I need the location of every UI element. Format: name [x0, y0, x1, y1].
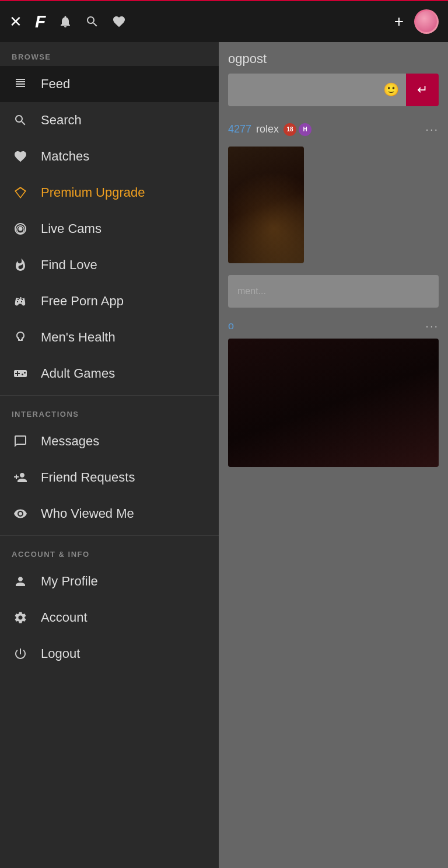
avatar-image — [416, 11, 437, 32]
logo-icon[interactable]: F — [35, 12, 46, 32]
sidebar-item-free-porn-app[interactable]: Free Porn App — [0, 283, 219, 319]
divider-1 — [0, 395, 219, 396]
send-button[interactable]: ↵ — [406, 74, 439, 106]
sidebar-item-messages[interactable]: Messages — [0, 423, 219, 459]
mens-health-label: Men's Health — [41, 330, 116, 345]
search-label: Search — [41, 113, 82, 128]
post-image2 — [228, 339, 439, 467]
matches-label: Matches — [41, 149, 89, 164]
sidebar-item-adult-games[interactable]: Adult Games — [0, 355, 219, 392]
logout-label: Logout — [41, 646, 80, 661]
diamond-icon — [12, 186, 29, 200]
comment-placeholder: ment... — [237, 286, 266, 297]
post-row2-id: o — [228, 320, 234, 332]
sidebar-item-live-cams[interactable]: Live Cams — [0, 211, 219, 247]
health-icon — [12, 330, 29, 344]
search-icon[interactable] — [85, 15, 99, 29]
account-section-label: ACCOUNT & INFO — [0, 539, 219, 563]
topbar: ✕ F + — [0, 0, 448, 42]
sidebar-item-friend-requests[interactable]: Friend Requests — [0, 459, 219, 496]
feed-label: Feed — [41, 76, 70, 92]
message-icon — [12, 434, 29, 448]
browse-section-label: BROWSE — [0, 42, 219, 66]
emoji-icon[interactable]: 🙂 — [383, 82, 399, 97]
premium-label: Premium Upgrade — [41, 185, 145, 200]
main-content: ogpost 🙂 ↵ 4277 rolex 18 H ··· ment... — [219, 42, 448, 868]
post-image — [228, 147, 304, 263]
badge-type: H — [299, 123, 312, 136]
matches-icon — [12, 149, 29, 163]
badge-age: 18 — [284, 123, 296, 136]
divider-2 — [0, 535, 219, 536]
interactions-section-label: INTERACTIONS — [0, 399, 219, 423]
sidebar-item-account[interactable]: Account — [0, 599, 219, 636]
comment-input-bottom[interactable]: ment... — [228, 275, 439, 308]
camera-icon — [12, 222, 29, 236]
adult-games-label: Adult Games — [41, 366, 115, 381]
send-icon: ↵ — [417, 82, 428, 97]
sidebar-item-search[interactable]: Search — [0, 102, 219, 138]
my-profile-label: My Profile — [41, 574, 98, 589]
svg-point-0 — [19, 227, 23, 231]
comment-input-area: 🙂 ↵ — [228, 74, 439, 106]
friend-request-icon — [12, 470, 29, 484]
search-menu-icon — [12, 113, 29, 127]
topbar-right: + — [394, 9, 439, 34]
blogpost-label: ogpost — [228, 51, 439, 67]
post-badges: 18 H — [284, 123, 312, 136]
sidebar-item-find-love[interactable]: Find Love — [0, 247, 219, 283]
free-porn-app-label: Free Porn App — [41, 294, 124, 309]
post-image-overlay — [228, 147, 304, 263]
post-id: 4277 — [228, 123, 251, 135]
gamepad-icon — [12, 367, 29, 381]
add-icon[interactable]: + — [394, 12, 404, 31]
sidebar-item-premium[interactable]: Premium Upgrade — [0, 175, 219, 211]
topbar-left: ✕ F — [9, 12, 394, 32]
controller-icon — [12, 294, 29, 308]
sidebar-item-feed[interactable]: Feed — [0, 66, 219, 102]
sidebar-drawer: BROWSE Feed Search Matches — [0, 42, 219, 868]
sidebar-item-who-viewed-me[interactable]: Who Viewed Me — [0, 496, 219, 532]
comment-input-box[interactable]: 🙂 — [228, 74, 406, 106]
account-label: Account — [41, 610, 88, 625]
close-icon[interactable]: ✕ — [9, 13, 22, 31]
post-row2-more[interactable]: ··· — [425, 319, 439, 333]
post-username: rolex — [256, 123, 279, 135]
post-row2: o ··· — [228, 319, 439, 333]
live-cams-label: Live Cams — [41, 221, 102, 236]
messages-label: Messages — [41, 434, 99, 449]
flame-icon — [12, 258, 29, 272]
feed-icon — [12, 77, 29, 91]
heart-icon[interactable] — [112, 15, 126, 29]
gear-icon — [12, 611, 29, 625]
find-love-label: Find Love — [41, 257, 97, 273]
post-meta: 4277 rolex 18 H ··· — [228, 118, 439, 141]
profile-icon — [12, 574, 29, 588]
power-icon — [12, 647, 29, 661]
friend-requests-label: Friend Requests — [41, 470, 135, 485]
sidebar-item-mens-health[interactable]: Men's Health — [0, 319, 219, 355]
eye-icon — [12, 507, 29, 521]
post-more-button[interactable]: ··· — [425, 123, 439, 136]
sidebar-item-matches[interactable]: Matches — [0, 138, 219, 175]
sidebar-item-my-profile[interactable]: My Profile — [0, 563, 219, 599]
avatar[interactable] — [414, 9, 439, 34]
who-viewed-me-label: Who Viewed Me — [41, 506, 134, 521]
sidebar-item-logout[interactable]: Logout — [0, 636, 219, 672]
bell-icon[interactable] — [58, 15, 72, 29]
right-panel: ogpost 🙂 ↵ 4277 rolex 18 H ··· ment... — [219, 42, 448, 476]
